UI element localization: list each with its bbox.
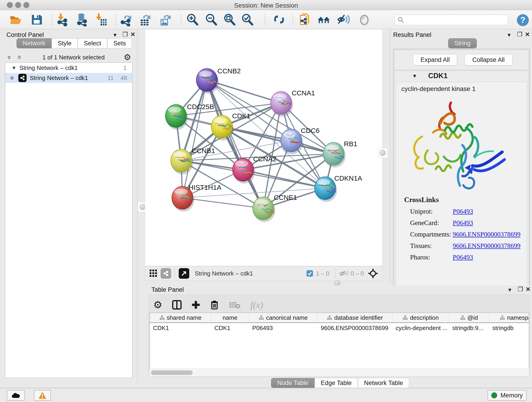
network-share-view-icon[interactable] <box>161 268 171 279</box>
edge-HIST1H1A-CCNE1[interactable] <box>182 198 263 208</box>
import-network-database-icon[interactable] <box>75 13 89 26</box>
crosslink-value-link[interactable]: 9606.ENSP00000378699 <box>453 230 520 238</box>
column-header-shared-name[interactable]: shared name <box>150 313 211 322</box>
warnings-button[interactable] <box>34 390 51 401</box>
table-cell[interactable]: stringdb:9... <box>449 323 489 333</box>
table-settings-gear-icon[interactable]: ⚙ <box>153 300 162 310</box>
edge-CCNA2-CDKN1A[interactable] <box>243 170 325 188</box>
tab-network[interactable]: Network <box>17 38 51 48</box>
selected-checkbox-icon[interactable] <box>306 268 314 279</box>
collapse-all-button[interactable]: Collapse All <box>464 54 513 65</box>
share-document-icon[interactable] <box>298 13 311 26</box>
control-panel-menu-icon[interactable]: ▾ <box>111 32 119 38</box>
home-networks-icon[interactable] <box>317 13 331 26</box>
export-network-icon[interactable] <box>120 13 133 26</box>
column-header-name[interactable]: name <box>211 313 249 322</box>
column-header-description[interactable]: description <box>393 313 449 322</box>
open-session-icon[interactable] <box>9 13 22 26</box>
column-header-database-identifier[interactable]: database identifier <box>317 313 393 322</box>
table-cell[interactable]: CDK1 <box>150 323 211 333</box>
node-CCNB2[interactable] <box>196 69 219 94</box>
control-panel-float-icon[interactable]: ❐ <box>121 31 129 38</box>
view-toolbar-separator <box>335 268 336 279</box>
tab-edge-table[interactable]: Edge Table <box>315 378 358 388</box>
zoom-in-icon[interactable] <box>186 13 199 26</box>
delete-column-trash-icon[interactable] <box>210 300 219 310</box>
help-button[interactable]: ? <box>517 14 529 26</box>
network-collection-row[interactable]: ▼ String Network – cdk1 1 <box>5 63 132 73</box>
node-CCNE1[interactable] <box>253 197 275 222</box>
column-type-icon <box>259 315 264 320</box>
export-image-icon[interactable] <box>159 13 172 26</box>
tab-select[interactable]: Select <box>78 38 107 48</box>
zoom-out-icon[interactable] <box>205 13 218 26</box>
apply-layout-refresh-icon[interactable] <box>272 13 286 26</box>
cloud-status-button[interactable] <box>7 390 25 401</box>
delete-table-icon[interactable] <box>229 300 241 309</box>
table-hscroll-thumb[interactable] <box>151 370 193 375</box>
table-cell[interactable]: stringdb <box>489 323 529 333</box>
control-panel-close-icon[interactable]: ✕ <box>129 31 137 38</box>
save-session-icon[interactable] <box>30 13 43 26</box>
hide-unhide-icon[interactable] <box>336 13 350 26</box>
table-panel-close-icon[interactable]: ✕ <box>524 286 532 293</box>
network-row[interactable]: String Network – cdk1 11 48 <box>5 73 132 83</box>
table-cell[interactable]: CDK1 <box>211 323 249 333</box>
table-cell[interactable]: cyclin-dependent ... <box>393 323 449 333</box>
hidden-eye-icon[interactable] <box>339 269 348 277</box>
edge-CCNB2-HIST1H1A[interactable] <box>182 80 207 198</box>
node-label-HIST1H1A: HIST1H1A <box>189 184 221 191</box>
show-columns-icon[interactable] <box>172 300 182 310</box>
search-input[interactable] <box>404 17 500 24</box>
crosslink-value-link[interactable]: P06493 <box>453 254 473 261</box>
export-table-icon[interactable] <box>139 13 152 26</box>
zoom-selected-icon[interactable] <box>241 13 254 26</box>
network-options-gear-icon[interactable]: ⚙ <box>124 52 131 62</box>
crosslink-value-link[interactable]: P06493 <box>453 219 473 227</box>
collapse-all-chevron-icon[interactable]: » <box>15 53 23 62</box>
crosslink-value-link[interactable]: 9606.ENSP00000378699 <box>453 242 520 249</box>
add-column-plus-icon[interactable]: ✚ <box>191 299 200 311</box>
results-panel-menu-icon[interactable]: ▾ <box>505 32 513 38</box>
tab-network-table[interactable]: Network Table <box>358 378 409 388</box>
node-CDKN1A[interactable] <box>315 177 337 202</box>
tab-string[interactable]: String <box>448 38 477 48</box>
table-row[interactable]: CDK1CDK1P064939606.ENSP00000378699cyclin… <box>150 323 529 333</box>
node-CDK1[interactable] <box>211 115 234 140</box>
memory-button[interactable]: Memory <box>488 390 526 401</box>
column-header-canonical-name[interactable]: canonical name <box>249 313 317 322</box>
tab-style[interactable]: Style <box>51 38 78 48</box>
table-cell[interactable]: P06493 <box>249 323 317 333</box>
tab-node-table[interactable]: Node Table <box>271 378 315 388</box>
search-box <box>394 15 508 25</box>
node-CCNA2[interactable] <box>233 158 255 184</box>
tab-sets[interactable]: Sets <box>107 38 132 48</box>
import-table-file-icon[interactable] <box>94 13 108 26</box>
results-panel-float-icon[interactable]: ❐ <box>515 31 524 38</box>
table-panel-float-icon[interactable]: ❐ <box>516 286 525 293</box>
crosslink-value-link[interactable]: P06493 <box>453 208 473 215</box>
network-canvas[interactable]: CCNB2CCNA1CDC25BCDK1CDC6RB1CCNB1CCNA2CDK… <box>145 29 382 266</box>
collection-expander-icon[interactable]: ▼ <box>12 65 16 70</box>
node-CCNA1[interactable] <box>271 91 293 117</box>
show-all-icon[interactable] <box>358 13 371 26</box>
node-CDC25B[interactable] <box>165 104 188 130</box>
results-panel-close-icon[interactable]: ✕ <box>523 31 532 38</box>
table-panel-menu-icon[interactable]: ▾ <box>506 286 514 293</box>
expand-all-button[interactable]: Expand All <box>413 54 457 65</box>
function-builder-icon[interactable]: f(x) <box>250 300 263 310</box>
detach-view-icon[interactable] <box>179 268 189 279</box>
zoom-fit-icon[interactable] <box>223 13 236 26</box>
node-RB1[interactable] <box>323 142 346 167</box>
table-cell[interactable]: 9606.ENSP00000378699 <box>317 323 393 333</box>
right-splitter-handle[interactable] <box>378 148 388 158</box>
gene-expander-icon[interactable]: ▼ <box>412 73 417 79</box>
column-header-@id[interactable]: @id <box>449 313 489 322</box>
table-hscrollbar[interactable] <box>150 369 529 376</box>
control-panel: Control Panel ▾ ❐ ✕ NetworkStyleSelectSe… <box>0 29 138 382</box>
birdseye-crosshair-icon[interactable] <box>368 268 378 279</box>
expand-all-chevron-icon[interactable]: » <box>6 53 13 62</box>
import-network-file-icon[interactable] <box>56 13 70 26</box>
grid-view-icon[interactable] <box>148 268 159 279</box>
column-header-namespace[interactable]: namespace <box>489 313 529 322</box>
